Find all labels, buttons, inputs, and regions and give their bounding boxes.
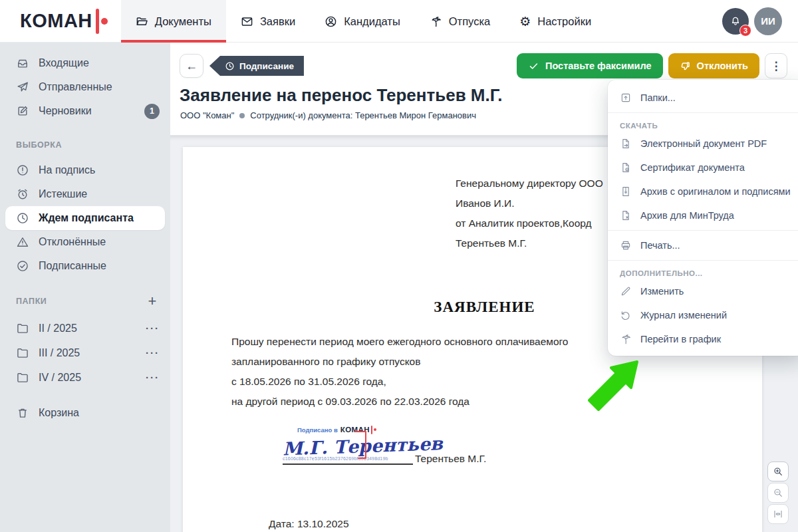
main-nav: Документы Заявки Кандидаты Отпуска ⚙ Нас… — [121, 0, 606, 43]
back-button[interactable]: ← — [180, 54, 203, 78]
folder-open-icon — [136, 15, 148, 28]
sidebar-item-inbox[interactable]: Входящие — [0, 51, 170, 75]
exclamation-circle-icon — [16, 164, 29, 177]
person-circle-icon — [325, 15, 337, 28]
fit-width-button[interactable] — [767, 504, 789, 524]
brand-bracket-mark — [96, 9, 99, 34]
menu-item-label: Архив с оригиналом и подписями — [640, 186, 791, 197]
check-circle-icon — [16, 259, 29, 273]
nav-tab-label: Кандидаты — [344, 15, 400, 28]
menu-item-label: Папки... — [640, 92, 676, 103]
sidebar-item-label: Истекшие — [39, 188, 87, 200]
sidebar-folder-iii-2025[interactable]: III / 2025 ··· — [0, 340, 170, 365]
brand-logo[interactable]: КОМАН — [0, 0, 121, 42]
menu-item-change-log[interactable]: Журнал изменений — [608, 303, 798, 327]
sidebar-item-rejected[interactable]: Отклонённые — [0, 230, 170, 254]
sidebar-item-expired[interactable]: Истекшие — [0, 182, 170, 206]
sidebar-folder-ii-2025[interactable]: II / 2025 ··· — [0, 316, 170, 340]
folder-menu-button[interactable]: ··· — [146, 372, 160, 383]
menu-item-folders[interactable]: Папки... — [608, 86, 798, 110]
menu-item-archive-mintrud[interactable]: Архив для МинТруда — [608, 203, 798, 227]
menu-item-go-to-schedule[interactable]: Перейти в график — [608, 327, 798, 351]
context-menu: Папки... СКАЧАТЬ Электронный документ PD… — [608, 80, 798, 356]
draft-pencil-icon — [16, 104, 29, 118]
menu-item-print[interactable]: Печать... — [608, 233, 798, 257]
sidebar-item-label: Подписанные — [39, 260, 106, 272]
sidebar-item-drafts[interactable]: Черновики 1 — [0, 99, 170, 123]
nav-tab-label: Настройки — [537, 15, 591, 28]
sidebar-section-selection: ВЫБОРКА — [0, 138, 170, 152]
addressee-line: Генеральному директору ООО — [456, 174, 603, 194]
app-window: КОМАН Документы Заявки Кандидаты Отпуска — [0, 0, 798, 532]
palm-tree-icon — [620, 333, 632, 345]
nav-tab-label: Заявки — [260, 15, 295, 28]
nav-tab-documents[interactable]: Документы — [121, 0, 226, 43]
document-info-icon — [620, 162, 632, 174]
sidebar-item-waiting-signer[interactable]: Ждем подписанта — [5, 206, 165, 230]
body-line: на другой период с 09.03.2026 по 22.03.2… — [231, 392, 568, 412]
zoom-in-button[interactable] — [767, 462, 789, 481]
zoom-in-icon — [773, 466, 783, 477]
sidebar-item-sent[interactable]: Отправленные — [0, 75, 170, 99]
addressee-line: от Аналитик проектов,Коорд — [456, 213, 603, 233]
page-title: Заявление на перенос Терентьев М.Г. — [180, 85, 502, 106]
clock-icon — [225, 61, 235, 71]
thumbs-down-icon — [680, 61, 691, 72]
menu-item-edit[interactable]: Изменить — [608, 279, 798, 303]
body-line: с 18.05.2026 по 31.05.2026 года, — [231, 372, 568, 392]
signer-name: Терентьев М.Г. — [415, 453, 486, 465]
menu-item-label: Печать... — [640, 240, 680, 251]
folder-menu-button[interactable]: ··· — [146, 347, 160, 358]
apply-facsimile-button[interactable]: Поставьте факсимиле — [517, 53, 663, 78]
gear-icon: ⚙ — [519, 15, 531, 28]
bell-icon — [730, 15, 741, 27]
menu-item-label: Электронный документ PDF — [640, 138, 767, 149]
nav-tab-candidates[interactable]: Кандидаты — [310, 0, 415, 43]
document-export-icon — [620, 138, 632, 150]
menu-item-download-pdf[interactable]: Электронный документ PDF — [608, 132, 798, 156]
viewer-zoom-controls — [767, 462, 789, 524]
folder-label: II / 2025 — [39, 323, 77, 334]
notifications-button[interactable]: 3 — [722, 8, 749, 35]
sidebar-item-label: Отправленные — [39, 81, 112, 93]
nav-tab-requests[interactable]: Заявки — [226, 0, 310, 43]
body-line: запланированного по графику отпусков — [231, 352, 568, 372]
document-toolbar: ← Подписание Поставьте факсимиле Отклони… — [180, 53, 787, 78]
toolbar-actions: Поставьте факсимиле Отклонить ⋮ — [517, 53, 787, 78]
menu-item-certificate[interactable]: Сертификат документа — [608, 156, 798, 180]
page-subtitle: ООО "Коман" Сотрудник(-и) документа: Тер… — [180, 110, 476, 120]
folder-move-icon — [620, 92, 632, 104]
menu-item-label: Перейти в график — [640, 334, 721, 344]
user-avatar[interactable]: ИИ — [754, 7, 782, 35]
separator-dot — [239, 113, 245, 118]
sidebar-item-trash[interactable]: Корзина — [0, 401, 170, 425]
folder-icon — [16, 371, 29, 384]
apply-facsimile-label: Поставьте факсимиле — [545, 61, 652, 71]
nav-tab-vacations[interactable]: Отпуска — [415, 0, 505, 43]
menu-item-label: Сертификат документа — [640, 162, 745, 173]
reject-button[interactable]: Отклонить — [668, 53, 759, 78]
status-badge-label: Подписание — [239, 61, 294, 71]
sidebar-section-label: ПАПКИ — [16, 297, 47, 306]
document-addressee-block: Генеральному директору ООО Иванов И.И. о… — [456, 174, 603, 253]
warning-triangle-icon — [16, 235, 29, 249]
check-icon — [528, 61, 539, 72]
sidebar-section-label: ВЫБОРКА — [16, 140, 62, 150]
folder-icon — [16, 346, 29, 360]
archive-zip-icon — [620, 186, 632, 198]
menu-item-archive-signatures[interactable]: Архив с оригиналом и подписями — [608, 180, 798, 203]
menu-divider — [608, 230, 798, 231]
sidebar-item-label: Отклонённые — [39, 236, 106, 248]
add-folder-button[interactable]: + — [148, 294, 157, 309]
folder-menu-button[interactable]: ··· — [146, 323, 160, 334]
menu-item-label: Изменить — [640, 286, 684, 297]
more-actions-button[interactable]: ⋮ — [765, 53, 787, 78]
palm-tree-icon — [430, 15, 442, 28]
sidebar-item-signed[interactable]: Подписанные — [0, 254, 170, 278]
zoom-out-button[interactable] — [767, 483, 789, 503]
nav-tab-label: Документы — [155, 15, 211, 28]
menu-divider — [608, 112, 798, 113]
nav-tab-settings[interactable]: ⚙ Настройки — [505, 0, 606, 43]
sidebar-item-on-sign[interactable]: На подпись — [0, 158, 170, 182]
sidebar-folder-iv-2025[interactable]: IV / 2025 ··· — [0, 365, 170, 390]
